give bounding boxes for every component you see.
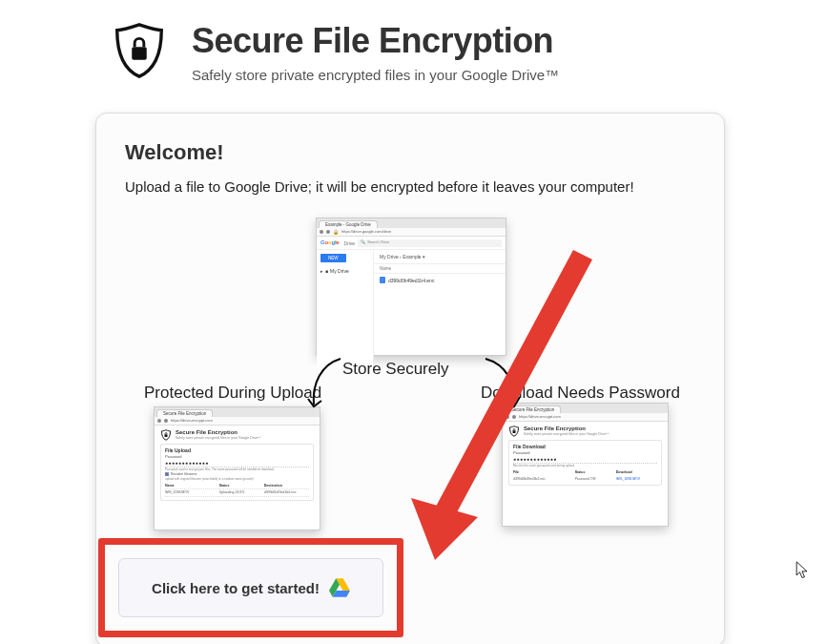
illustration: Example - Google Drive 🔒 https://drive.g… xyxy=(125,212,695,546)
app-subtitle: Safely store private encrypted files in … xyxy=(192,67,559,83)
upload-panel-title: File Upload xyxy=(165,447,309,453)
drive-url: https://drive.google.com/drive xyxy=(341,230,391,235)
get-started-button[interactable]: Click here to get started! xyxy=(118,558,383,617)
svg-rect-0 xyxy=(132,47,147,60)
file-icon xyxy=(380,277,385,283)
app-title: Secure File Encryption xyxy=(192,21,559,61)
main-card: Welcome! Upload a file to Google Drive; … xyxy=(95,113,725,644)
google-drive-icon xyxy=(329,578,350,597)
shield-icon xyxy=(508,426,520,437)
arrow-right-icon xyxy=(476,355,524,412)
drive-new-button: NEW xyxy=(320,254,346,262)
drive-col-name: Name xyxy=(374,264,506,274)
drive-breadcrumb: My Drive › Example ▾ xyxy=(374,250,506,264)
drive-search-input: 🔍Search Drive xyxy=(358,239,502,247)
svg-rect-1 xyxy=(165,434,168,437)
drive-file-row: d399d0b49ed1b4.enc xyxy=(374,274,506,286)
welcome-text: Upload a file to Google Drive; it will b… xyxy=(125,178,695,195)
mouse-cursor-icon xyxy=(795,561,809,580)
download-panel-title: File Download xyxy=(513,444,657,449)
cta-highlight: Click here to get started! xyxy=(98,538,403,637)
cta-label: Click here to get started! xyxy=(152,580,320,596)
welcome-heading: Welcome! xyxy=(125,140,695,165)
upload-tab: Secure File Encryption xyxy=(156,409,213,417)
download-window: Secure File Encryption https://drive-enc… xyxy=(502,403,669,527)
google-logo: Google xyxy=(320,239,339,246)
shield-icon xyxy=(160,429,172,441)
upload-window: Secure File Encryption https://drive-enc… xyxy=(154,406,320,530)
drive-label: Drive xyxy=(343,240,355,246)
drive-tab: Example - Google Drive xyxy=(319,220,378,228)
drive-sidebar-mydrive: ▸■My Drive xyxy=(320,268,369,274)
caption-upload: Protected During Upload xyxy=(144,384,321,403)
shield-lock-icon xyxy=(110,21,169,80)
arrow-left-icon xyxy=(304,355,352,412)
drive-window: Example - Google Drive 🔒 https://drive.g… xyxy=(316,218,506,356)
caption-store: Store Securely xyxy=(342,360,449,379)
page-header: Secure File Encryption Safely store priv… xyxy=(0,0,826,83)
svg-rect-2 xyxy=(513,430,516,433)
